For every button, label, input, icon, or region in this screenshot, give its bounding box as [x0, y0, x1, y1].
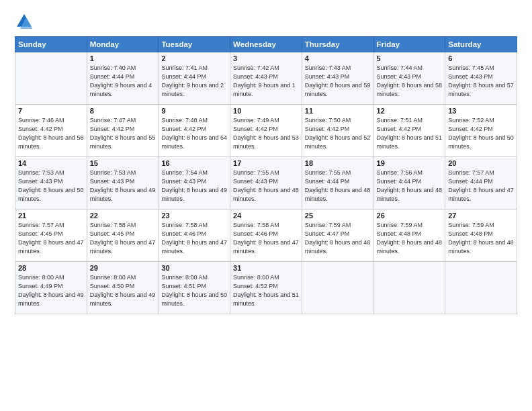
day-info: Sunrise: 8:00 AMSunset: 4:52 PMDaylight:… — [233, 274, 299, 307]
day-info: Sunrise: 7:55 AMSunset: 4:43 PMDaylight:… — [233, 169, 299, 202]
day-number: 5 — [377, 54, 443, 62]
day-number: 17 — [233, 159, 299, 167]
day-info: Sunrise: 7:52 AMSunset: 4:42 PMDaylight:… — [448, 117, 514, 150]
day-cell — [302, 262, 373, 314]
header-cell-sunday: Sunday — [15, 37, 87, 52]
day-number: 24 — [233, 212, 299, 220]
header — [15, 12, 517, 31]
day-number: 16 — [161, 159, 227, 167]
day-cell: 14 Sunrise: 7:53 AMSunset: 4:43 PMDaylig… — [15, 157, 87, 210]
day-info: Sunrise: 7:58 AMSunset: 4:46 PMDaylight:… — [161, 222, 227, 255]
day-cell — [373, 262, 445, 314]
day-number: 9 — [161, 107, 227, 115]
day-cell: 22 Sunrise: 7:58 AMSunset: 4:45 PMDaylig… — [87, 210, 159, 262]
day-cell: 27 Sunrise: 7:59 AMSunset: 4:48 PMDaylig… — [445, 210, 517, 262]
day-cell: 19 Sunrise: 7:56 AMSunset: 4:44 PMDaylig… — [373, 157, 445, 210]
day-number: 8 — [90, 107, 156, 115]
day-info: Sunrise: 7:59 AMSunset: 4:48 PMDaylight:… — [377, 222, 443, 255]
day-number: 22 — [90, 212, 156, 220]
day-number: 27 — [448, 212, 514, 220]
day-number: 6 — [448, 54, 514, 62]
day-cell: 12 Sunrise: 7:51 AMSunset: 4:42 PMDaylig… — [373, 105, 445, 157]
day-info: Sunrise: 7:57 AMSunset: 4:45 PMDaylight:… — [18, 222, 84, 255]
day-number: 25 — [305, 212, 371, 220]
day-cell: 30 Sunrise: 8:00 AMSunset: 4:51 PMDaylig… — [159, 262, 230, 314]
day-info: Sunrise: 8:00 AMSunset: 4:49 PMDaylight:… — [18, 274, 84, 307]
day-cell: 13 Sunrise: 7:52 AMSunset: 4:42 PMDaylig… — [445, 105, 517, 157]
day-number: 10 — [233, 107, 299, 115]
day-number: 14 — [18, 159, 84, 167]
header-cell-saturday: Saturday — [445, 37, 517, 52]
day-info: Sunrise: 7:58 AMSunset: 4:46 PMDaylight:… — [233, 222, 299, 255]
day-number: 19 — [377, 159, 443, 167]
day-cell: 24 Sunrise: 7:58 AMSunset: 4:46 PMDaylig… — [230, 210, 302, 262]
day-number: 18 — [305, 159, 371, 167]
header-cell-friday: Friday — [373, 37, 445, 52]
header-row: SundayMondayTuesdayWednesdayThursdayFrid… — [15, 37, 517, 52]
header-cell-monday: Monday — [87, 37, 159, 52]
day-cell: 20 Sunrise: 7:57 AMSunset: 4:44 PMDaylig… — [445, 157, 517, 210]
day-info: Sunrise: 7:51 AMSunset: 4:42 PMDaylight:… — [377, 117, 443, 150]
day-cell: 1 Sunrise: 7:40 AMSunset: 4:44 PMDayligh… — [87, 52, 159, 105]
day-info: Sunrise: 7:57 AMSunset: 4:44 PMDaylight:… — [448, 169, 514, 202]
day-info: Sunrise: 7:53 AMSunset: 4:43 PMDaylight:… — [18, 169, 84, 202]
day-cell: 21 Sunrise: 7:57 AMSunset: 4:45 PMDaylig… — [15, 210, 87, 262]
day-cell: 6 Sunrise: 7:45 AMSunset: 4:43 PMDayligh… — [445, 52, 517, 105]
header-cell-thursday: Thursday — [302, 37, 373, 52]
day-cell: 8 Sunrise: 7:47 AMSunset: 4:42 PMDayligh… — [87, 105, 159, 157]
day-number: 20 — [448, 159, 514, 167]
day-info: Sunrise: 7:47 AMSunset: 4:42 PMDaylight:… — [90, 117, 156, 150]
day-number: 3 — [233, 54, 299, 62]
day-cell: 18 Sunrise: 7:55 AMSunset: 4:44 PMDaylig… — [302, 157, 373, 210]
day-info: Sunrise: 7:59 AMSunset: 4:48 PMDaylight:… — [448, 222, 514, 255]
day-info: Sunrise: 8:00 AMSunset: 4:50 PMDaylight:… — [90, 274, 156, 307]
day-cell: 3 Sunrise: 7:42 AMSunset: 4:43 PMDayligh… — [230, 52, 302, 105]
day-info: Sunrise: 7:59 AMSunset: 4:47 PMDaylight:… — [305, 222, 371, 255]
day-info: Sunrise: 7:41 AMSunset: 4:44 PMDaylight:… — [161, 64, 224, 97]
day-info: Sunrise: 8:00 AMSunset: 4:51 PMDaylight:… — [161, 274, 227, 307]
day-number: 29 — [90, 264, 156, 272]
day-cell: 26 Sunrise: 7:59 AMSunset: 4:48 PMDaylig… — [373, 210, 445, 262]
day-number: 28 — [18, 264, 84, 272]
day-cell: 5 Sunrise: 7:44 AMSunset: 4:43 PMDayligh… — [373, 52, 445, 105]
week-row-2: 7 Sunrise: 7:46 AMSunset: 4:42 PMDayligh… — [15, 105, 517, 157]
day-info: Sunrise: 7:50 AMSunset: 4:42 PMDaylight:… — [305, 117, 371, 150]
day-cell: 2 Sunrise: 7:41 AMSunset: 4:44 PMDayligh… — [159, 52, 230, 105]
day-cell: 28 Sunrise: 8:00 AMSunset: 4:49 PMDaylig… — [15, 262, 87, 314]
day-number: 15 — [90, 159, 156, 167]
day-cell: 29 Sunrise: 8:00 AMSunset: 4:50 PMDaylig… — [87, 262, 159, 314]
day-cell: 9 Sunrise: 7:48 AMSunset: 4:42 PMDayligh… — [159, 105, 230, 157]
page: SundayMondayTuesdayWednesdayThursdayFrid… — [0, 0, 532, 411]
day-info: Sunrise: 7:40 AMSunset: 4:44 PMDaylight:… — [90, 64, 152, 97]
day-number: 4 — [305, 54, 371, 62]
day-number: 26 — [377, 212, 443, 220]
day-cell: 11 Sunrise: 7:50 AMSunset: 4:42 PMDaylig… — [302, 105, 373, 157]
week-row-5: 28 Sunrise: 8:00 AMSunset: 4:49 PMDaylig… — [15, 262, 517, 314]
logo — [15, 12, 36, 31]
day-info: Sunrise: 7:45 AMSunset: 4:43 PMDaylight:… — [448, 64, 514, 97]
day-number: 1 — [90, 54, 156, 62]
day-number: 12 — [377, 107, 443, 115]
week-row-1: 1 Sunrise: 7:40 AMSunset: 4:44 PMDayligh… — [15, 52, 517, 105]
day-number: 31 — [233, 264, 299, 272]
day-number: 21 — [18, 212, 84, 220]
day-cell — [445, 262, 517, 314]
day-cell: 31 Sunrise: 8:00 AMSunset: 4:52 PMDaylig… — [230, 262, 302, 314]
week-row-3: 14 Sunrise: 7:53 AMSunset: 4:43 PMDaylig… — [15, 157, 517, 210]
day-info: Sunrise: 7:49 AMSunset: 4:42 PMDaylight:… — [233, 117, 299, 150]
day-number: 13 — [448, 107, 514, 115]
day-cell — [15, 52, 87, 105]
day-info: Sunrise: 7:53 AMSunset: 4:43 PMDaylight:… — [90, 169, 156, 202]
day-info: Sunrise: 7:48 AMSunset: 4:42 PMDaylight:… — [161, 117, 227, 150]
day-info: Sunrise: 7:55 AMSunset: 4:44 PMDaylight:… — [305, 169, 371, 202]
header-cell-tuesday: Tuesday — [159, 37, 230, 52]
day-number: 2 — [161, 54, 227, 62]
day-cell: 23 Sunrise: 7:58 AMSunset: 4:46 PMDaylig… — [159, 210, 230, 262]
calendar-table: SundayMondayTuesdayWednesdayThursdayFrid… — [15, 36, 517, 314]
day-cell: 16 Sunrise: 7:54 AMSunset: 4:43 PMDaylig… — [159, 157, 230, 210]
day-info: Sunrise: 7:54 AMSunset: 4:43 PMDaylight:… — [161, 169, 227, 202]
day-number: 23 — [161, 212, 227, 220]
day-cell: 7 Sunrise: 7:46 AMSunset: 4:42 PMDayligh… — [15, 105, 87, 157]
logo-icon — [15, 12, 34, 31]
day-number: 11 — [305, 107, 371, 115]
